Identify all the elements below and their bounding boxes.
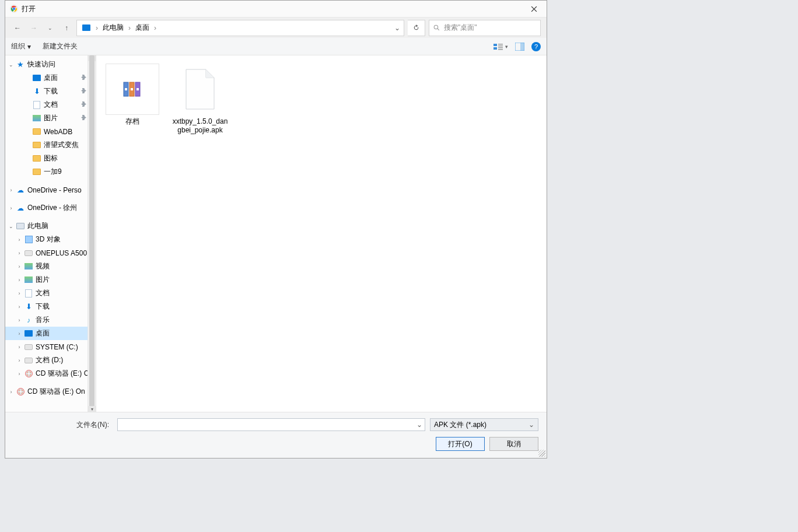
expander-icon[interactable]: ›: [16, 304, 23, 310]
tree-item[interactable]: ›CD 驱动器 (E:) On: [5, 385, 96, 398]
svg-rect-17: [131, 88, 133, 90]
tree-item-label: 桌面: [36, 328, 50, 338]
expander-icon[interactable]: ›: [8, 187, 15, 193]
cancel-button[interactable]: 取消: [489, 437, 538, 451]
forward-button[interactable]: →: [27, 22, 40, 34]
tree-item-label: OneDrive - Perso: [27, 186, 82, 194]
expander-icon[interactable]: ›: [16, 344, 23, 350]
tree-item[interactable]: ›视频: [5, 260, 96, 273]
tree-item-label: 潜望式变焦: [44, 140, 79, 150]
open-button[interactable]: 打开(O): [436, 437, 485, 451]
up-button[interactable]: ↑: [60, 22, 73, 34]
tree-item[interactable]: ·WebADB: [5, 125, 96, 138]
tree-item[interactable]: ›CD 驱动器 (E:) C: [5, 367, 96, 380]
address-dropdown-icon[interactable]: ⌄: [394, 24, 400, 32]
expander-icon[interactable]: ⌄: [8, 62, 15, 68]
expander-icon[interactable]: ›: [16, 237, 23, 243]
file-open-dialog: 打开 ← → ⌄ ↑ › 此电脑 › 桌面 › ⌄ 搜索"桌面" 组织: [5, 0, 547, 459]
breadcrumb-root[interactable]: 此电脑: [100, 22, 126, 34]
file-item[interactable]: xxtbpy_1.5.0_dangbei_pojie.apk: [172, 64, 228, 404]
expander-icon[interactable]: ›: [16, 264, 23, 270]
tree-item[interactable]: ·一加9: [5, 165, 96, 178]
scroll-down-arrow[interactable]: ▾: [88, 406, 96, 412]
tree-item-label: WebADB: [44, 128, 72, 136]
nav-tree[interactable]: ⌄★快速访问·桌面·⬇下载·文档·图片·WebADB·潜望式变焦·图标·一加9›…: [5, 55, 96, 412]
tree-item-label: CD 驱动器 (E:) On: [27, 387, 85, 397]
help-button[interactable]: ?: [531, 42, 541, 51]
back-button[interactable]: ←: [11, 22, 24, 34]
tree-item[interactable]: ·潜望式变焦: [5, 138, 96, 152]
tree-item[interactable]: ·⬇下载: [5, 85, 96, 98]
tree-item[interactable]: ›♪音乐: [5, 313, 96, 327]
expander-icon[interactable]: ›: [16, 317, 23, 323]
arrow-icon: ⬇: [32, 87, 41, 96]
expander-icon[interactable]: ›: [8, 205, 15, 211]
folder-item[interactable]: 存档: [104, 64, 160, 404]
tree-item-label: 下载: [44, 86, 58, 96]
cd-icon: [24, 369, 33, 379]
close-button[interactable]: [526, 2, 542, 15]
tree-item[interactable]: ›文档: [5, 286, 96, 300]
tree-item-label: 文档: [36, 288, 50, 298]
expander-icon[interactable]: ›: [16, 331, 23, 337]
tree-item[interactable]: ›图片: [5, 273, 96, 286]
title-bar: 打开: [5, 1, 547, 17]
tree-item-label: ONEPLUS A500: [36, 249, 87, 257]
expander-icon[interactable]: ›: [16, 371, 23, 377]
tree-item-label: 文档 (D:): [36, 355, 63, 365]
search-input[interactable]: 搜索"桌面": [429, 20, 541, 36]
file-list[interactable]: 存档xxtbpy_1.5.0_dangbei_pojie.apk: [96, 55, 547, 412]
preview-icon: [515, 43, 524, 51]
filename-history-dropdown[interactable]: ⌄: [416, 421, 422, 429]
tree-item-label: 图片: [36, 275, 50, 285]
breadcrumb-sep-icon: ›: [128, 24, 131, 32]
expander-icon[interactable]: ⌄: [8, 223, 15, 229]
breadcrumb-current[interactable]: 桌面: [133, 22, 152, 34]
expander-icon[interactable]: ›: [16, 290, 23, 296]
organize-dropdown[interactable]: 组织 ▾: [11, 41, 31, 51]
footer: 文件名(N): ⌄ APK 文件 (*.apk) ⌄ 打开(O) 取消: [5, 412, 547, 458]
tree-item-label: 图片: [44, 113, 58, 123]
view-mode-dropdown[interactable]: ▾: [494, 43, 508, 51]
svg-rect-6: [498, 44, 503, 45]
file-type-select[interactable]: APK 文件 (*.apk) ⌄: [430, 418, 538, 431]
expander-icon[interactable]: ›: [16, 277, 23, 283]
tree-item[interactable]: ›桌面: [5, 327, 96, 340]
tree-item[interactable]: ›SYSTEM (C:): [5, 340, 96, 354]
refresh-button[interactable]: [408, 20, 425, 36]
sidebar-scrollbar[interactable]: ▴ ▾: [88, 55, 96, 412]
expander-icon[interactable]: ›: [8, 389, 15, 395]
chevron-down-icon: ⌄: [528, 421, 534, 429]
svg-point-3: [434, 25, 438, 29]
new-folder-button[interactable]: 新建文件夹: [43, 41, 78, 51]
arrow-icon: ⬇: [24, 302, 33, 312]
nav-bar: ← → ⌄ ↑ › 此电脑 › 桌面 › ⌄ 搜索"桌面": [5, 17, 547, 38]
svg-rect-7: [498, 46, 503, 47]
preview-pane-toggle[interactable]: [515, 43, 524, 51]
resize-grip[interactable]: [538, 450, 545, 457]
tree-item[interactable]: ·图片: [5, 111, 96, 125]
tree-item[interactable]: ›☁OneDrive - 徐州: [5, 201, 96, 215]
tree-item[interactable]: ⌄此电脑: [5, 219, 96, 233]
tree-item-label: 一加9: [44, 167, 62, 177]
tree-item[interactable]: ›ONEPLUS A500: [5, 246, 96, 260]
filename-label: 文件名(N):: [13, 420, 113, 430]
scrollbar-thumb[interactable]: [89, 55, 94, 411]
expander-icon[interactable]: ›: [16, 358, 23, 363]
tree-item[interactable]: ›3D 对象: [5, 233, 96, 246]
tree-item-label: SYSTEM (C:): [36, 343, 78, 351]
tree-item[interactable]: ⌄★快速访问: [5, 58, 96, 71]
tree-item[interactable]: ·桌面: [5, 71, 96, 85]
recent-dropdown[interactable]: ⌄: [44, 22, 57, 34]
address-bar[interactable]: › 此电脑 › 桌面 › ⌄: [76, 20, 404, 36]
file-label: xxtbpy_1.5.0_dangbei_pojie.apk: [172, 117, 228, 135]
tree-item[interactable]: ›☁OneDrive - Perso: [5, 183, 96, 197]
tree-item[interactable]: ·文档: [5, 98, 96, 111]
chrome-icon: [10, 5, 18, 13]
tree-item[interactable]: ›文档 (D:): [5, 354, 96, 367]
tree-item[interactable]: ›⬇下载: [5, 300, 96, 313]
expander-icon[interactable]: ›: [16, 250, 23, 256]
star-icon: ★: [16, 60, 25, 69]
tree-item[interactable]: ·图标: [5, 152, 96, 165]
filename-input[interactable]: ⌄: [117, 418, 425, 431]
